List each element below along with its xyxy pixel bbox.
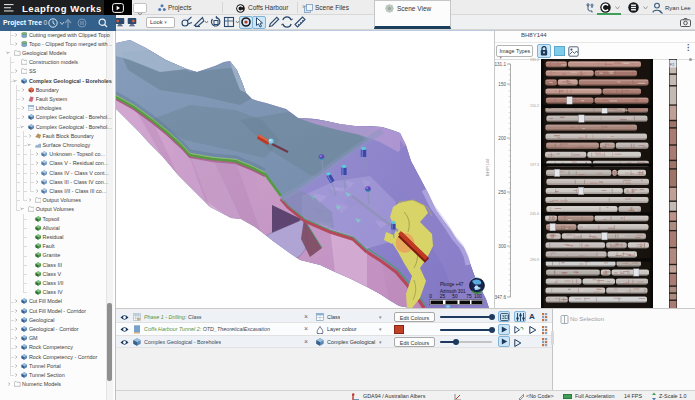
svg-text:200: 200	[498, 136, 506, 141]
svg-text:300: 300	[498, 244, 506, 249]
svg-text:F2: F2	[670, 63, 674, 67]
svg-text:250: 250	[498, 190, 506, 195]
svg-text:100: 100	[474, 294, 482, 299]
svg-text:25: 25	[440, 294, 446, 299]
svg-text:50: 50	[452, 294, 458, 299]
svg-text:Azimuth 301: Azimuth 301	[440, 289, 466, 294]
svg-text:347.6: 347.6	[495, 295, 506, 300]
svg-text:150: 150	[498, 82, 506, 87]
svg-text:3D: 3D	[502, 314, 509, 320]
svg-text:0: 0	[429, 294, 432, 299]
svg-text:131.1: 131.1	[495, 62, 506, 67]
svg-text:BH8Y144: BH8Y144	[485, 158, 490, 176]
svg-text:Plunge +47: Plunge +47	[440, 282, 464, 287]
svg-text:75: 75	[466, 294, 472, 299]
